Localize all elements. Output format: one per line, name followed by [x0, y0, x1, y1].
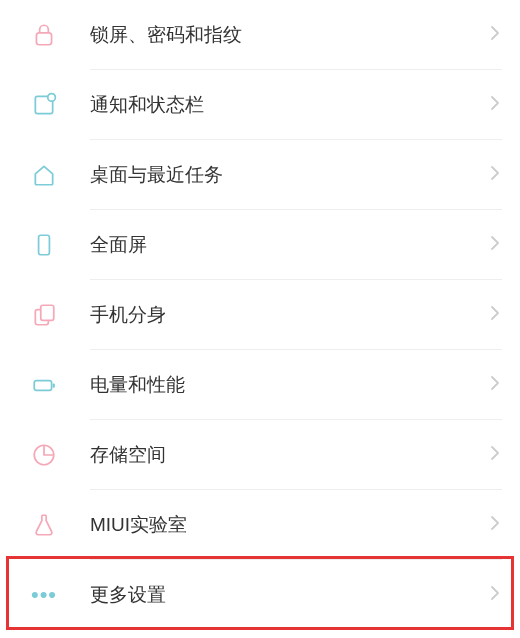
- battery-icon: [30, 371, 58, 399]
- item-label: 通知和状态栏: [90, 92, 490, 118]
- item-label: MIUI实验室: [90, 512, 490, 538]
- item-label: 全面屏: [90, 232, 490, 258]
- chevron-right-icon: [490, 165, 500, 185]
- svg-rect-3: [39, 235, 50, 255]
- settings-item-battery[interactable]: 电量和性能: [0, 350, 520, 420]
- more-icon: •••: [30, 581, 58, 609]
- settings-item-notification[interactable]: 通知和状态栏: [0, 70, 520, 140]
- notification-icon: [30, 91, 58, 119]
- svg-rect-0: [36, 33, 51, 45]
- chevron-right-icon: [490, 375, 500, 395]
- item-label: 更多设置: [90, 582, 490, 608]
- settings-item-fullscreen[interactable]: 全面屏: [0, 210, 520, 280]
- settings-item-home[interactable]: 桌面与最近任务: [0, 140, 520, 210]
- chevron-right-icon: [490, 95, 500, 115]
- settings-item-lock[interactable]: 锁屏、密码和指纹: [0, 0, 520, 70]
- chevron-right-icon: [490, 235, 500, 255]
- chevron-right-icon: [490, 515, 500, 535]
- svg-rect-5: [41, 305, 54, 320]
- fullscreen-icon: [30, 231, 58, 259]
- item-label: 存储空间: [90, 442, 490, 468]
- svg-rect-7: [53, 383, 55, 387]
- item-label: 手机分身: [90, 302, 490, 328]
- settings-item-second-space[interactable]: 手机分身: [0, 280, 520, 350]
- home-icon: [30, 161, 58, 189]
- chevron-right-icon: [490, 25, 500, 45]
- settings-list: 锁屏、密码和指纹 通知和状态栏 桌面与最近任务: [0, 0, 520, 630]
- flask-icon: [30, 511, 58, 539]
- settings-item-more[interactable]: ••• 更多设置: [0, 560, 520, 630]
- settings-item-storage[interactable]: 存储空间: [0, 420, 520, 490]
- svg-rect-6: [34, 381, 51, 391]
- chevron-right-icon: [490, 585, 500, 605]
- item-label: 锁屏、密码和指纹: [90, 22, 490, 48]
- item-label: 桌面与最近任务: [90, 162, 490, 188]
- svg-point-2: [48, 94, 56, 102]
- item-label: 电量和性能: [90, 372, 490, 398]
- lock-icon: [30, 21, 58, 49]
- second-space-icon: [30, 301, 58, 329]
- chevron-right-icon: [490, 445, 500, 465]
- settings-item-miui-lab[interactable]: MIUI实验室: [0, 490, 520, 560]
- chevron-right-icon: [490, 305, 500, 325]
- storage-icon: [30, 441, 58, 469]
